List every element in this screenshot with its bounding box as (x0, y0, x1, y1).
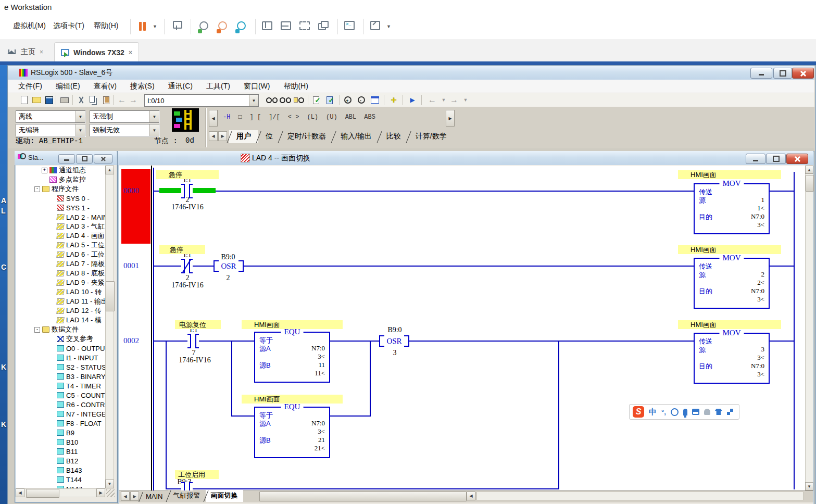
palette-tab[interactable]: 用户 (229, 130, 258, 143)
rung-comment[interactable]: 急停 (156, 170, 219, 179)
zoom-out-icon[interactable]: - (356, 94, 367, 106)
palette-tab[interactable]: 位 (258, 130, 280, 143)
fit-dropdown-icon[interactable]: ▼ (386, 24, 391, 29)
rung-comment[interactable]: 急停 (159, 245, 205, 254)
selected-rung-marker[interactable] (121, 169, 152, 244)
osr-instruction[interactable]: OSR (214, 259, 244, 273)
combo-dropdown-icon[interactable]: ▼ (76, 111, 85, 122)
punctuation-icon[interactable]: °, (661, 408, 666, 416)
force-state-combobox[interactable]: 强制无效▼ (90, 124, 159, 136)
pause-dropdown-icon[interactable]: ▼ (153, 24, 157, 29)
nav-forward-icon[interactable]: → (448, 94, 460, 106)
instruction-comment[interactable]: HMI画面 (678, 320, 781, 329)
mic-icon[interactable] (683, 409, 687, 415)
find-next-icon[interactable] (280, 94, 291, 106)
instruction-comment[interactable]: HMI画面 (678, 170, 781, 179)
rslogix-menu-item[interactable]: 搜索(S) (130, 82, 155, 91)
rslogix-menu-item[interactable]: 帮助(H) (283, 82, 308, 91)
palette-tab[interactable]: 计算/数学 (408, 130, 454, 143)
rslogix-menu-item[interactable]: 编辑(E) (56, 82, 80, 91)
redo-icon[interactable]: → (128, 94, 139, 106)
print-icon[interactable] (59, 94, 70, 106)
palette-tab[interactable]: 输入/输出 (333, 130, 379, 143)
xic-contact[interactable] (181, 482, 193, 490)
fullscreen-mode-icon[interactable] (299, 20, 311, 33)
tree-vertical-scrollbar[interactable] (105, 166, 114, 488)
emoji-icon[interactable] (671, 408, 679, 416)
rung-number[interactable]: 0002 (123, 336, 139, 345)
vmware-menu-help[interactable]: 帮助(H) (94, 21, 118, 31)
rung-number[interactable]: 0001 (123, 261, 139, 270)
take-snapshot-icon[interactable] (198, 20, 210, 33)
ladder-scrollbar-thumb[interactable] (806, 175, 814, 192)
instruction-icon[interactable]: (U) (326, 114, 337, 121)
rslogix-menu-item[interactable]: 工具(T) (206, 82, 230, 91)
palette-tab-right-icon[interactable]: ▶ (218, 131, 227, 141)
instruction-icon[interactable]: □ (238, 114, 242, 121)
instruction-icon[interactable]: ] [ (250, 114, 261, 121)
tree-item[interactable]: - 程序文件 (16, 184, 105, 194)
tree-item[interactable]: B10 (16, 437, 105, 447)
palette-tab[interactable]: 比较 (379, 130, 408, 143)
new-icon[interactable] (18, 94, 30, 106)
new-rung-icon[interactable]: + (388, 94, 399, 106)
lad4-maximize-button[interactable] (766, 154, 786, 164)
tree-scroll-down-icon[interactable]: ▼ (105, 480, 114, 488)
palette-scroll-left-icon[interactable]: ◀ (209, 110, 218, 127)
close-button[interactable] (792, 68, 814, 79)
cut-icon[interactable] (76, 94, 87, 106)
tree-scroll-left-icon[interactable]: ◀ (16, 488, 24, 497)
paste-icon[interactable] (101, 94, 112, 106)
xio-contact[interactable] (181, 259, 193, 273)
tree-hscrollbar-thumb[interactable] (26, 489, 59, 498)
lad4-minimize-button[interactable] (746, 154, 765, 164)
tree-item[interactable]: O0 - OUTPUT (16, 344, 105, 353)
resize-grip[interactable] (106, 489, 115, 497)
tree-expander-icon[interactable]: - (34, 327, 40, 333)
tree-scrollbar-thumb[interactable] (106, 281, 115, 311)
program-tab[interactable]: MAIN (141, 492, 168, 502)
tree-item[interactable]: SYS 0 - (16, 194, 105, 203)
tree-item[interactable]: N147 (16, 484, 105, 488)
pause-icon[interactable] (137, 20, 150, 33)
rung-comment[interactable]: 电源复位 (175, 320, 221, 329)
tree-expander-icon[interactable]: - (34, 186, 40, 192)
ladder-scroll-up-icon[interactable]: ▲ (805, 166, 813, 174)
program-tab[interactable]: 画面切换 (206, 490, 243, 502)
instruction-icon[interactable]: -H (223, 114, 230, 121)
tree-minimize-button[interactable] (58, 154, 75, 163)
ladder-tab-scroll-left-icon[interactable]: ◀ (121, 492, 130, 501)
tree-item[interactable]: 多点监控 (16, 175, 105, 184)
find-icon[interactable] (266, 94, 278, 106)
tree-item[interactable]: LAD 7 - 隔板 (16, 259, 105, 269)
keyboard-icon[interactable] (692, 409, 699, 415)
lad4-titlebar[interactable]: LAD 4 -- 画面切换 (118, 151, 813, 165)
tree-item[interactable]: R6 - CONTR (16, 400, 105, 409)
tree-item[interactable]: LAD 6 - 工位 (16, 250, 105, 259)
tree-scroll-right-icon[interactable]: ▶ (96, 488, 105, 497)
verify-file-icon[interactable]: ✓ (311, 94, 322, 106)
rung-number[interactable]: 0000 (123, 186, 139, 195)
tree-item[interactable]: SYS 1 - (16, 203, 105, 212)
tree-item[interactable]: LAD 2 - MAIN (16, 212, 105, 222)
tree-item[interactable]: T4 - TIMER (16, 381, 105, 390)
verify-project-icon[interactable]: ✓ (324, 94, 336, 106)
mode-combobox[interactable]: 离线▼ (16, 110, 85, 123)
tree-item[interactable]: LAD 14 - 模 (16, 316, 105, 325)
combo-dropdown-icon[interactable]: ▼ (149, 111, 159, 122)
tree-item[interactable]: LAD 3 - 气缸 (16, 222, 105, 231)
lad4-close-button[interactable] (786, 154, 808, 164)
rslogix-menu-item[interactable]: 查看(v) (94, 82, 117, 91)
toolbox-icon[interactable] (727, 409, 733, 415)
tree-item[interactable]: LAD 4 - 画面 (16, 231, 105, 241)
minimize-button[interactable] (750, 68, 772, 79)
tab-home[interactable]: 主页 × (3, 42, 49, 61)
account-icon[interactable] (704, 409, 710, 415)
rslogix-menu-item[interactable]: 窗口(W) (244, 82, 270, 91)
instruction-icon[interactable]: (L) (307, 114, 318, 121)
instruction-icon[interactable]: ABS (364, 114, 375, 121)
tree-item[interactable]: T144 (16, 475, 105, 484)
undo-icon[interactable]: ← (116, 94, 128, 106)
mov-instruction[interactable]: MOV 传送 源1 1< 目的N7:0 3< (694, 183, 770, 234)
tree-item[interactable]: LAD 11 - 输出 (16, 297, 105, 306)
